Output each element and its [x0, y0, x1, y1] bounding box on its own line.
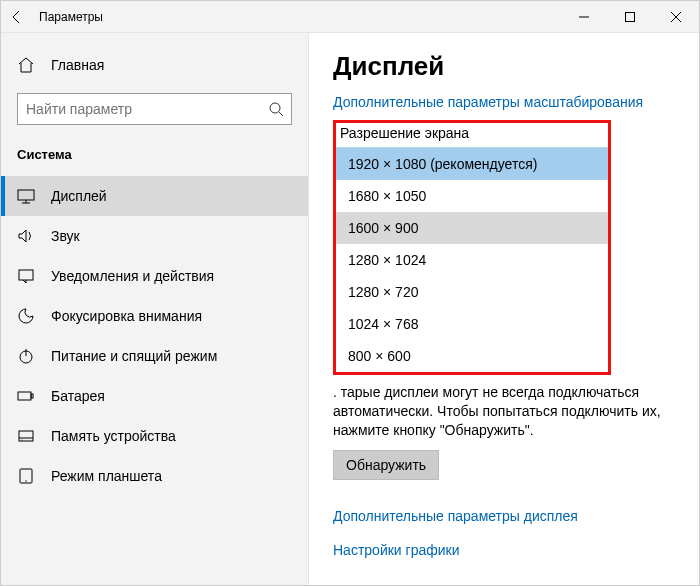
resolution-option[interactable]: 1280 × 1024 — [336, 244, 608, 276]
sidebar-section-title: Система — [1, 147, 308, 162]
sidebar-home-label: Главная — [51, 57, 104, 73]
content-area: Дисплей Дополнительные параметры масштаб… — [309, 33, 699, 585]
sidebar-item-7[interactable]: Режим планшета — [1, 456, 308, 496]
search-container — [1, 93, 308, 125]
resolution-label: Разрешение экрана — [336, 123, 608, 147]
sidebar-item-0[interactable]: Дисплей — [1, 176, 308, 216]
sidebar-item-label: Звук — [51, 228, 80, 244]
svg-rect-1 — [626, 12, 635, 21]
back-button[interactable] — [1, 9, 33, 25]
search-icon — [261, 101, 291, 117]
battery-icon — [17, 387, 35, 405]
notifications-icon — [17, 267, 35, 285]
titlebar: Параметры — [1, 1, 699, 33]
page-title: Дисплей — [333, 51, 675, 82]
resolution-option[interactable]: 1920 × 1080 (рекомендуется) — [336, 148, 608, 180]
svg-rect-12 — [18, 392, 31, 400]
sidebar-item-label: Уведомления и действия — [51, 268, 214, 284]
svg-point-4 — [270, 103, 280, 113]
resolution-option[interactable]: 800 × 600 — [336, 340, 608, 372]
sidebar-item-label: Режим планшета — [51, 468, 162, 484]
sidebar-item-label: Батарея — [51, 388, 105, 404]
resolution-option[interactable]: 1680 × 1050 — [336, 180, 608, 212]
svg-rect-13 — [31, 394, 33, 398]
resolution-option[interactable]: 1280 × 720 — [336, 276, 608, 308]
maximize-button[interactable] — [607, 1, 653, 33]
sidebar-nav: ДисплейЗвукУведомления и действияФокусир… — [1, 176, 308, 496]
window-title: Параметры — [39, 10, 561, 24]
svg-rect-9 — [19, 270, 33, 280]
sidebar-item-6[interactable]: Память устройства — [1, 416, 308, 456]
sidebar-item-3[interactable]: Фокусировка внимания — [1, 296, 308, 336]
home-icon — [17, 56, 35, 74]
svg-rect-6 — [18, 190, 34, 200]
resolution-dropdown-highlight: Разрешение экрана 1920 × 1080 (рекоменду… — [333, 120, 611, 375]
resolution-option[interactable]: 1600 × 900 — [336, 212, 608, 244]
sidebar-item-label: Фокусировка внимания — [51, 308, 202, 324]
detect-button[interactable]: Обнаружить — [333, 450, 439, 480]
window-body: Главная Система ДисплейЗвукУведомления и… — [1, 33, 699, 585]
svg-line-5 — [279, 112, 283, 116]
sound-icon — [17, 227, 35, 245]
window-controls — [561, 1, 699, 33]
sidebar-item-1[interactable]: Звук — [1, 216, 308, 256]
sidebar-item-label: Питание и спящий режим — [51, 348, 217, 364]
search-input[interactable] — [18, 101, 261, 117]
tablet-icon — [17, 467, 35, 485]
sidebar-item-label: Дисплей — [51, 188, 107, 204]
graphics-settings-link[interactable]: Настройки графики — [333, 542, 675, 558]
sidebar: Главная Система ДисплейЗвукУведомления и… — [1, 33, 309, 585]
sidebar-home[interactable]: Главная — [1, 45, 308, 85]
svg-point-16 — [22, 440, 23, 441]
close-button[interactable] — [653, 1, 699, 33]
advanced-scaling-link[interactable]: Дополнительные параметры масштабирования — [333, 94, 675, 110]
power-icon — [17, 347, 35, 365]
focus-icon — [17, 307, 35, 325]
sidebar-item-5[interactable]: Батарея — [1, 376, 308, 416]
sidebar-item-4[interactable]: Питание и спящий режим — [1, 336, 308, 376]
resolution-dropdown-list[interactable]: 1920 × 1080 (рекомендуется)1680 × 105016… — [336, 147, 608, 372]
search-box[interactable] — [17, 93, 292, 125]
svg-rect-14 — [19, 431, 33, 441]
advanced-display-link[interactable]: Дополнительные параметры дисплея — [333, 508, 675, 524]
sidebar-item-label: Память устройства — [51, 428, 176, 444]
display-icon — [17, 187, 35, 205]
detect-description: . тарые дисплеи могут не всегда подключа… — [333, 383, 663, 440]
svg-point-18 — [25, 480, 26, 481]
storage-icon — [17, 427, 35, 445]
sidebar-item-2[interactable]: Уведомления и действия — [1, 256, 308, 296]
settings-window: Параметры Главная — [0, 0, 700, 586]
minimize-button[interactable] — [561, 1, 607, 33]
resolution-option[interactable]: 1024 × 768 — [336, 308, 608, 340]
